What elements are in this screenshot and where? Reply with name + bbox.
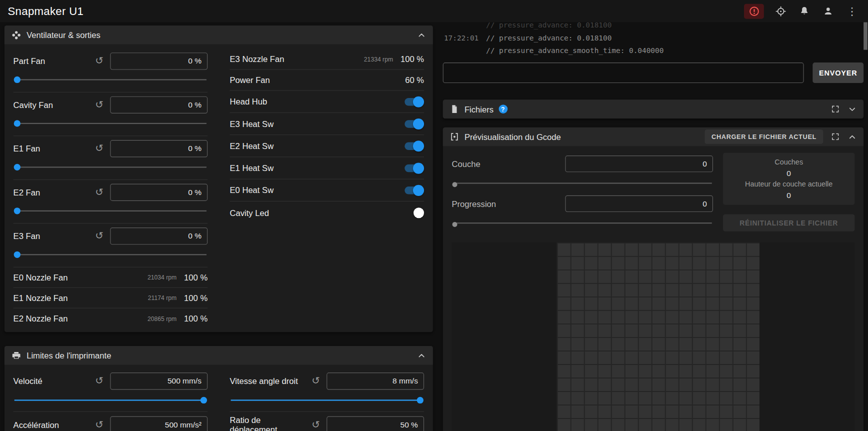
output-label: Cavity Led <box>230 208 414 218</box>
reset-file-button: RÉINITIALISER LE FICHIER <box>723 214 854 231</box>
fan-value-input[interactable] <box>110 227 208 244</box>
send-button[interactable]: ENVOYER <box>812 62 864 83</box>
account-icon <box>822 6 834 16</box>
layer-height-value: 0 <box>726 190 852 201</box>
slider-thumb[interactable] <box>14 120 20 126</box>
fan-label: E0 Nozzle Fan <box>14 272 148 282</box>
main-content: Ventilateur & sorties Part Fan ↺ <box>0 22 868 431</box>
fan-icon <box>11 30 22 40</box>
cavity-led-color-dot[interactable] <box>414 208 424 218</box>
output-row-e3-heat-sw: E3 Heat Sw <box>230 113 424 135</box>
load-current-file-button[interactable]: CHARGER LE FICHIER ACTUEL <box>705 130 824 144</box>
fan-label: E1 Nozzle Fan <box>14 293 148 302</box>
overflow-menu-button[interactable]: ⋮ <box>844 4 859 18</box>
fan-label: E3 Fan <box>14 231 88 240</box>
reset-icon[interactable]: ↺ <box>95 376 104 386</box>
file-document-icon <box>450 104 460 114</box>
fan-slider[interactable] <box>14 117 206 130</box>
fan-slider[interactable] <box>14 204 206 218</box>
appbar-actions: ⋮ <box>744 4 860 18</box>
help-icon[interactable]: ? <box>498 104 508 114</box>
fan-label: Power Fan <box>230 76 393 85</box>
fan-value-input[interactable] <box>110 184 208 200</box>
fan-slider[interactable] <box>14 160 206 174</box>
limits-panel-header[interactable]: Limites de l'imprimante <box>4 346 433 365</box>
locate-button[interactable] <box>774 4 788 18</box>
preview-panel-title: Prévisualisation du Gcode <box>464 132 561 142</box>
limit-value-input[interactable] <box>110 372 208 390</box>
notifications-button[interactable] <box>797 4 812 18</box>
layer-input[interactable] <box>565 156 713 172</box>
printer-icon <box>11 350 22 360</box>
toggle-switch[interactable] <box>404 162 424 174</box>
layer-label: Couche <box>452 159 565 168</box>
reset-icon[interactable]: ↺ <box>95 420 104 430</box>
fan-value-input[interactable] <box>110 96 208 113</box>
fan-value-input[interactable] <box>110 140 208 157</box>
slider-thumb[interactable] <box>14 208 20 214</box>
slider-thumb[interactable] <box>14 164 20 170</box>
fullscreen-icon[interactable] <box>831 132 840 142</box>
fan-rpm: 21174 rpm <box>148 294 176 301</box>
limit-value-input[interactable] <box>110 416 208 431</box>
output-row-cavity-led: Cavity Led <box>230 202 424 224</box>
reset-icon[interactable]: ↺ <box>95 144 104 154</box>
alert-circle-icon <box>748 6 760 17</box>
fan-control-e1-fan: E1 Fan ↺ <box>14 136 208 180</box>
console-entry: ENVOYER <box>443 62 864 83</box>
preview-panel-header[interactable]: Prévisualisation du Gcode CHARGER LE FIC… <box>443 128 864 146</box>
files-panel-header[interactable]: Fichiers ? <box>443 100 864 118</box>
limit-slider[interactable] <box>231 394 423 407</box>
limit-value-input[interactable] <box>326 372 424 390</box>
reset-icon[interactable]: ↺ <box>312 420 320 430</box>
reset-icon[interactable]: ↺ <box>95 100 104 110</box>
console-text: // pressure_advance: 0.018100 <box>486 34 612 42</box>
toggle-switch[interactable] <box>404 184 424 196</box>
slider-track <box>453 222 712 224</box>
reset-icon[interactable]: ↺ <box>95 56 104 66</box>
progress-input[interactable] <box>565 196 713 212</box>
fans-panel-header[interactable]: Ventilateur & sorties <box>4 26 433 44</box>
toggle-switch[interactable] <box>404 96 424 107</box>
limits-panel-body: Velocité ↺ Vitesse angle droit <box>4 365 433 431</box>
gcode-preview-canvas[interactable] <box>452 242 854 431</box>
slider-thumb[interactable] <box>200 397 207 404</box>
fullscreen-icon[interactable] <box>831 104 840 114</box>
limit-value-input[interactable] <box>326 416 424 431</box>
slider-thumb[interactable] <box>417 397 424 404</box>
console-input[interactable] <box>443 62 804 83</box>
console-line: // pressure_advance_smooth_time: 0.04000… <box>444 44 862 57</box>
progress-slider[interactable] <box>453 218 712 228</box>
slider-thumb[interactable] <box>14 76 20 83</box>
toggle-switch[interactable] <box>404 118 424 129</box>
chevron-up-icon[interactable] <box>417 350 426 360</box>
switch-thumb <box>413 184 424 196</box>
account-button[interactable] <box>821 4 836 18</box>
reset-icon[interactable]: ↺ <box>95 231 104 241</box>
reset-icon[interactable]: ↺ <box>95 187 104 197</box>
slider-thumb[interactable] <box>14 252 20 258</box>
fan-slider[interactable] <box>14 248 206 262</box>
scrollbar-thumb[interactable] <box>864 22 868 50</box>
reset-icon[interactable]: ↺ <box>312 376 320 386</box>
output-row-head-hub: Head Hub <box>230 91 424 113</box>
slider-thumb[interactable] <box>452 182 458 187</box>
switch-thumb <box>413 162 424 174</box>
fan-rpm: 20865 rpm <box>148 316 176 322</box>
chevron-up-icon[interactable] <box>417 30 426 40</box>
chevron-up-icon[interactable] <box>848 132 857 142</box>
toggle-switch[interactable] <box>404 140 424 152</box>
gcode-preview-panel: Prévisualisation du Gcode CHARGER LE FIC… <box>443 128 864 431</box>
slider-track <box>14 254 206 255</box>
slider-thumb[interactable] <box>452 222 458 227</box>
slider-track <box>14 123 206 124</box>
preview-controls: Couche Progression <box>452 153 854 232</box>
fan-label: E1 Fan <box>14 144 88 153</box>
emergency-stop-button[interactable] <box>744 4 764 18</box>
fan-slider[interactable] <box>14 73 206 86</box>
fan-value-input[interactable] <box>110 52 208 70</box>
fan-rpm: 21034 rpm <box>148 274 176 280</box>
limit-slider[interactable] <box>14 394 206 407</box>
chevron-down-icon[interactable] <box>848 104 857 114</box>
layer-slider[interactable] <box>453 178 712 188</box>
